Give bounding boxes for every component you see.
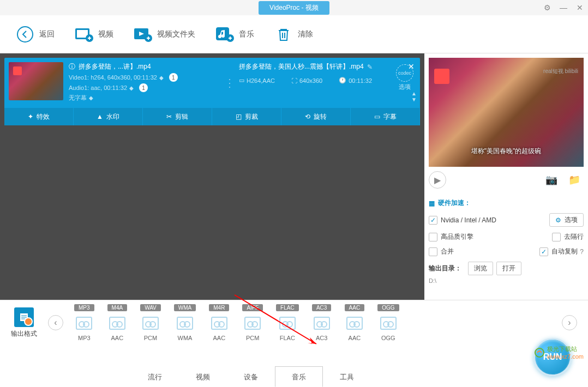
format-icon [14,307,34,327]
stream-selector-icon[interactable]: ◆ [89,95,93,101]
back-label: 返回 [39,29,55,39]
format-sublabel: AAC [111,335,124,341]
window-title: VideoProc - 视频 [259,1,329,15]
format-prev-button[interactable]: ‹ [48,315,63,330]
settings-icon[interactable]: ⚙ [539,0,555,15]
format-option-m4r[interactable]: M4RAAC [209,304,229,341]
format-badge: FLAC [276,304,299,311]
move-up-button[interactable]: ▲ [411,90,417,96]
scissors-icon: ✂ [166,113,172,120]
play-button[interactable]: ▶ [429,171,446,189]
preview-panel: real短视 bilibili 堪称"美国春晚"的超级碗 [429,58,584,167]
crop-button[interactable]: ◰剪裁 [212,108,281,125]
chip-icon: ▦ [429,199,435,207]
add-video-button[interactable]: 视频 [64,21,123,47]
video-item-card[interactable]: ✕ ⓘ拼多多登陆，...讲】.mp4 Video1: h264, 640x360… [4,58,420,125]
format-badge: AAC [345,304,365,311]
format-reel-icon [141,313,160,333]
video-thumbnail[interactable] [9,62,63,100]
watermark-button[interactable]: ▲水印 [74,108,143,125]
subtitle-button[interactable]: ▭字幕 [351,108,420,125]
tab-tools[interactable]: 工具 [323,366,371,387]
tab-video[interactable]: 视频 [179,366,227,387]
merge-label: 合并 [441,247,454,256]
open-folder-button[interactable]: 📁 [565,174,584,186]
folder-label: 视频文件夹 [157,29,195,39]
tab-popular[interactable]: 流行 [131,366,179,387]
add-music-button[interactable]: 音乐 [205,21,264,47]
stream-selector-icon[interactable]: ◆ [159,75,164,81]
music-label: 音乐 [239,29,254,39]
format-reel-icon [107,313,127,333]
format-reel-icon [209,313,229,333]
subtitle-icon: ▭ [374,113,380,120]
tab-music[interactable]: 音乐 [275,366,323,387]
effect-icon: ✦ [28,113,33,120]
watermark-icon: ▲ [97,113,103,120]
source-filename: 拼多多登陆，...讲】.mp4 [79,62,151,71]
format-option-mp3[interactable]: MP3MP3 [74,304,94,341]
format-option-flac[interactable]: FLACFLAC [276,304,299,341]
help-icon[interactable]: ? [580,248,584,256]
hq-label: 高品质引擎 [441,232,473,241]
format-option-m4a[interactable]: M4AAAC [107,304,128,341]
format-option-aac[interactable]: AACAAC [345,304,365,341]
browse-button[interactable]: 浏览 [468,262,493,275]
autocopy-label: 自动复制 [551,247,578,256]
format-badge: WMA [174,304,196,311]
site-logo-icon [534,347,545,358]
format-sublabel: MP3 [78,335,91,341]
format-badge: M4A [107,304,128,311]
clear-button[interactable]: 清除 [264,21,323,47]
format-reel-icon [243,313,262,333]
open-button[interactable]: 打开 [496,262,521,275]
format-option-wav[interactable]: WAVPCM [140,304,161,341]
stream-selector-icon[interactable]: ◆ [129,85,134,91]
format-sublabel: FLAC [280,335,295,341]
format-option-wma[interactable]: WMAWMA [174,304,196,341]
crop-icon: ◰ [236,113,242,120]
format-sublabel: AAC [349,335,361,341]
resolution-spec-icon: ⛶ [291,77,297,84]
format-sublabel: PCM [246,335,259,341]
format-reel-icon [74,313,94,333]
format-reel-icon [278,313,297,333]
format-option-aiff[interactable]: AIFFPCM [242,304,263,341]
hw-options-button[interactable]: ⚙选项 [549,213,584,227]
tab-device[interactable]: 设备 [227,366,275,387]
audio-stream-info: Audio1: aac, 00:11:32 [69,84,127,91]
gpu-label: Nvidia / Intel / AMD [441,216,496,224]
format-option-ogg[interactable]: OGGOGG [377,304,399,341]
video-label: 视频 [98,29,113,39]
add-folder-button[interactable]: 视频文件夹 [123,21,205,47]
format-next-button[interactable]: › [562,315,577,330]
effect-button[interactable]: ✦特效 [4,108,74,125]
gpu-checkbox[interactable] [429,216,437,225]
merge-checkbox[interactable] [429,247,437,256]
minimize-button[interactable]: — [555,0,572,15]
format-badge: M4R [209,304,229,311]
hw-accel-title: ▦硬件加速： [429,198,584,208]
output-resolution: ⛶640x360 [291,77,322,84]
format-badge: WAV [140,304,161,311]
back-button[interactable]: 返回 [5,21,64,47]
deinterlace-checkbox[interactable] [552,233,561,241]
move-down-button[interactable]: ▼ [411,96,417,102]
format-sublabel: AAC [213,335,226,341]
output-codec: ▭H264,AAC [239,77,275,84]
rotate-button[interactable]: ⟲旋转 [281,108,351,125]
video-track-badge: 1 [169,73,178,82]
svg-point-0 [17,27,33,42]
arrow-icon: ⋮ [224,76,234,89]
hq-checkbox[interactable] [429,233,437,241]
close-button[interactable]: ✕ [572,0,588,15]
format-reel-icon [175,313,195,333]
snapshot-button[interactable]: 📷 [542,174,561,186]
edit-filename-icon[interactable]: ✎ [367,63,373,71]
format-option-ac3[interactable]: AC3AC3 [312,304,332,341]
autocopy-checkbox[interactable] [539,247,548,256]
folder-video-icon [133,25,153,44]
format-reel-icon [345,313,364,333]
site-watermark: 极光下载站www.xz7.com [534,345,584,360]
cut-button[interactable]: ✂剪辑 [143,108,212,125]
